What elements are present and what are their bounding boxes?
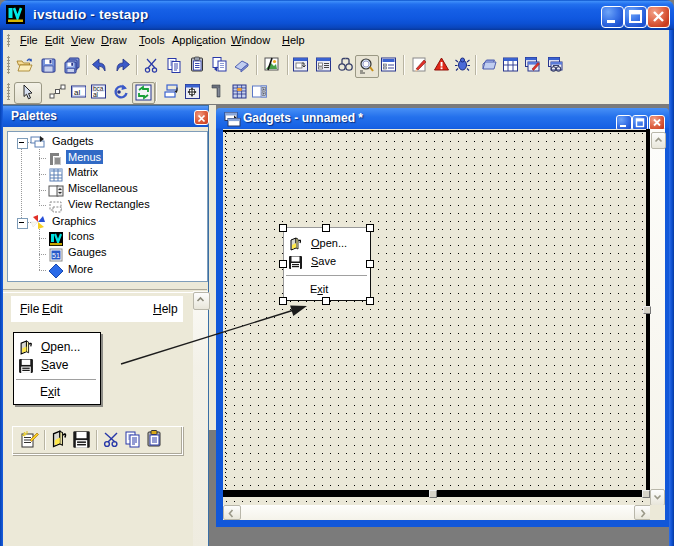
svg-text:al: al [93, 91, 99, 98]
svg-text:al: al [74, 88, 80, 97]
svg-text:51: 51 [52, 252, 60, 259]
